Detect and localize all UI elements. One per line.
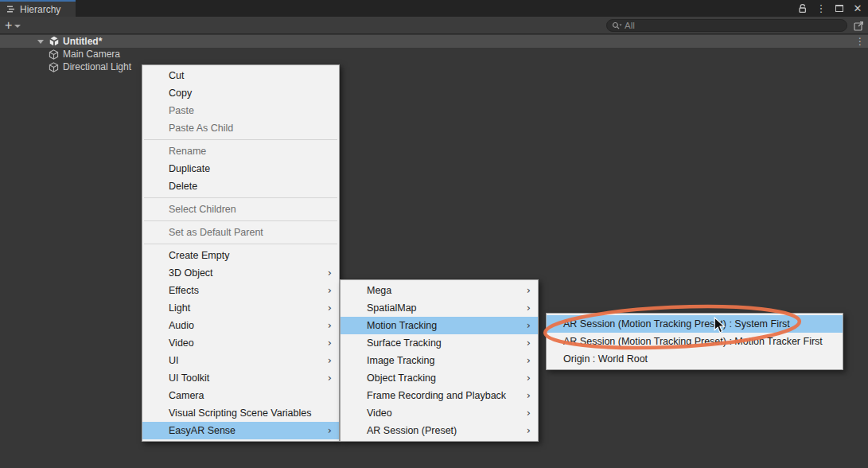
- unity-scene-icon: [49, 36, 60, 47]
- hierarchy-tab-icon: [5, 4, 16, 15]
- search-icon: [612, 21, 622, 30]
- menu-item-origin-world-root[interactable]: Origin : World Root: [547, 350, 843, 368]
- tree-item-main-camera[interactable]: Main Camera: [0, 48, 868, 60]
- tree-item-label: Main Camera: [63, 49, 120, 60]
- plus-icon: +: [5, 19, 12, 32]
- search-input[interactable]: [625, 21, 842, 30]
- easyar-sense-submenu: Mega› SpatialMap› Motion Tracking› Surfa…: [340, 279, 539, 442]
- create-object-button[interactable]: +: [5, 17, 21, 34]
- submenu-arrow-icon: ›: [328, 352, 332, 369]
- menu-item-set-as-default-parent: Set as Default Parent: [142, 224, 339, 241]
- menu-item-ar-session-motion-tracker-first[interactable]: AR Session (Motion Tracking Preset) : Mo…: [547, 333, 843, 350]
- titlebar-icons: ⋮ ✕: [797, 0, 863, 17]
- menu-item-cut[interactable]: Cut: [142, 67, 339, 84]
- title-bar: Hierarchy ⋮ ✕: [0, 0, 868, 17]
- tree-item-directional-light[interactable]: Directional Light: [0, 60, 868, 73]
- submenu-arrow-icon: ›: [328, 299, 332, 317]
- submenu-arrow-icon: ›: [328, 334, 332, 352]
- menu-item-video[interactable]: Video›: [142, 334, 339, 352]
- menu-separator: [144, 139, 337, 140]
- menu-separator: [144, 197, 337, 198]
- scene-label: Untitled*: [63, 36, 102, 47]
- panel-menu-icon[interactable]: ⋮: [815, 3, 827, 14]
- submenu-arrow-icon: ›: [328, 264, 332, 282]
- menu-item-spatialmap[interactable]: SpatialMap›: [341, 299, 538, 317]
- close-icon[interactable]: ✕: [852, 3, 863, 14]
- menu-item-ui[interactable]: UI›: [142, 352, 339, 369]
- submenu-arrow-icon: ›: [527, 352, 531, 369]
- tab-title: Hierarchy: [20, 4, 60, 15]
- menu-item-image-tracking[interactable]: Image Tracking›: [341, 352, 538, 369]
- menu-item-easyar-sense[interactable]: EasyAR Sense›: [142, 422, 339, 439]
- submenu-arrow-icon: ›: [527, 334, 531, 352]
- menu-item-ui-toolkit[interactable]: UI Toolkit›: [142, 369, 339, 387]
- menu-separator: [144, 220, 337, 221]
- menu-item-select-children: Select Children: [142, 201, 339, 218]
- menu-item-effects[interactable]: Effects›: [142, 282, 339, 299]
- menu-item-camera[interactable]: Camera: [142, 387, 339, 404]
- submenu-arrow-icon: ›: [527, 317, 531, 334]
- menu-item-object-tracking[interactable]: Object Tracking›: [341, 369, 538, 387]
- tree-item-label: Directional Light: [63, 61, 131, 72]
- menu-item-audio[interactable]: Audio›: [142, 317, 339, 334]
- submenu-arrow-icon: ›: [328, 317, 332, 334]
- unlock-icon[interactable]: [797, 3, 808, 14]
- menu-item-delete[interactable]: Delete: [142, 177, 339, 195]
- menu-item-surface-tracking[interactable]: Surface Tracking›: [341, 334, 538, 352]
- menu-item-video[interactable]: Video›: [341, 404, 538, 422]
- gameobject-cube-icon: [49, 62, 59, 72]
- search-box[interactable]: [606, 19, 847, 32]
- scene-options-icon[interactable]: ⋮: [855, 36, 865, 47]
- submenu-arrow-icon: ›: [328, 282, 332, 299]
- menu-item-duplicate[interactable]: Duplicate: [142, 160, 339, 177]
- scene-row-untitled[interactable]: Untitled* ⋮: [0, 35, 868, 48]
- foldout-expanded-icon[interactable]: [37, 40, 44, 44]
- menu-item-light[interactable]: Light›: [142, 299, 339, 317]
- menu-item-3d-object[interactable]: 3D Object›: [142, 264, 339, 282]
- menu-item-copy[interactable]: Copy: [142, 84, 339, 102]
- submenu-arrow-icon: ›: [527, 299, 531, 317]
- open-search-window-icon[interactable]: [852, 19, 865, 32]
- maximize-icon[interactable]: [834, 3, 845, 14]
- submenu-arrow-icon: ›: [527, 404, 531, 422]
- unity-hierarchy-window: Hierarchy ⋮ ✕ + U: [0, 0, 868, 468]
- menu-item-create-empty[interactable]: Create Empty: [142, 247, 339, 264]
- chevron-down-icon: [14, 25, 21, 28]
- submenu-arrow-icon: ›: [527, 422, 531, 439]
- menu-item-mega[interactable]: Mega›: [341, 282, 538, 299]
- menu-item-frame-recording-and-playback[interactable]: Frame Recording and Playback›: [341, 387, 538, 404]
- submenu-arrow-icon: ›: [527, 369, 531, 387]
- context-menu: Cut Copy Paste Paste As Child Rename Dup…: [142, 64, 340, 442]
- menu-separator: [144, 244, 337, 244]
- menu-item-visual-scripting-scene-variables[interactable]: Visual Scripting Scene Variables: [142, 404, 339, 422]
- submenu-arrow-icon: ›: [527, 387, 531, 404]
- hierarchy-toolbar: +: [0, 17, 868, 34]
- menu-item-motion-tracking[interactable]: Motion Tracking›: [341, 317, 538, 334]
- motion-tracking-submenu: AR Session (Motion Tracking Preset) : Sy…: [546, 313, 843, 370]
- tab-hierarchy[interactable]: Hierarchy: [0, 0, 76, 17]
- menu-item-ar-session-preset[interactable]: AR Session (Preset)›: [341, 422, 538, 439]
- menu-item-ar-session-system-first[interactable]: AR Session (Motion Tracking Preset) : Sy…: [547, 315, 843, 333]
- gameobject-cube-icon: [49, 49, 59, 60]
- menu-item-paste-as-child: Paste As Child: [142, 119, 339, 137]
- menu-item-paste: Paste: [142, 102, 339, 119]
- submenu-arrow-icon: ›: [328, 422, 332, 439]
- submenu-arrow-icon: ›: [527, 282, 531, 299]
- submenu-arrow-icon: ›: [328, 369, 332, 387]
- menu-item-rename: Rename: [142, 142, 339, 160]
